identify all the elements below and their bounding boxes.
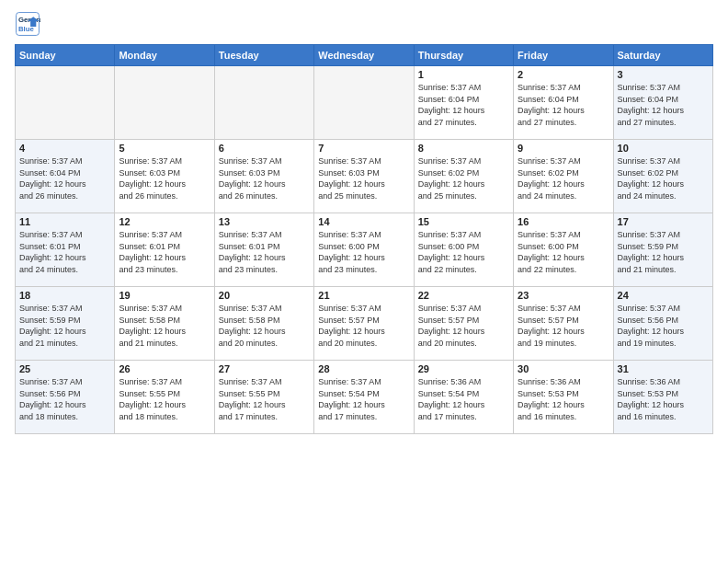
day-info: Sunrise: 5:37 AM Sunset: 5:57 PM Dayligh…	[518, 303, 609, 349]
calendar-cell: 24Sunrise: 5:37 AM Sunset: 5:56 PM Dayli…	[613, 287, 712, 361]
day-number: 16	[518, 216, 609, 227]
day-number: 18	[19, 290, 110, 301]
header: General Blue	[15, 11, 713, 37]
day-number: 28	[318, 363, 409, 374]
calendar-cell: 14Sunrise: 5:37 AM Sunset: 6:00 PM Dayli…	[314, 213, 414, 287]
day-number: 31	[618, 363, 709, 374]
day-info: Sunrise: 5:37 AM Sunset: 5:56 PM Dayligh…	[19, 376, 110, 422]
calendar-cell: 2Sunrise: 5:37 AM Sunset: 6:04 PM Daylig…	[514, 66, 613, 140]
day-number: 10	[618, 143, 709, 154]
logo-icon: General Blue	[15, 11, 40, 37]
day-number: 4	[19, 143, 110, 154]
calendar-cell: 16Sunrise: 5:37 AM Sunset: 6:00 PM Dayli…	[514, 213, 613, 287]
day-info: Sunrise: 5:37 AM Sunset: 6:01 PM Dayligh…	[19, 229, 110, 275]
calendar-cell: 6Sunrise: 5:37 AM Sunset: 6:03 PM Daylig…	[214, 140, 313, 213]
day-info: Sunrise: 5:37 AM Sunset: 6:02 PM Dayligh…	[518, 155, 609, 201]
day-info: Sunrise: 5:37 AM Sunset: 6:02 PM Dayligh…	[418, 155, 509, 201]
logo: General Blue	[15, 11, 44, 37]
week-row-5: 25Sunrise: 5:37 AM Sunset: 5:56 PM Dayli…	[16, 361, 713, 434]
calendar-cell: 17Sunrise: 5:37 AM Sunset: 5:59 PM Dayli…	[613, 213, 712, 287]
weekday-header-friday: Friday	[514, 45, 613, 66]
day-info: Sunrise: 5:37 AM Sunset: 6:03 PM Dayligh…	[119, 155, 210, 201]
day-info: Sunrise: 5:37 AM Sunset: 5:59 PM Dayligh…	[618, 229, 709, 275]
calendar-cell: 3Sunrise: 5:37 AM Sunset: 6:04 PM Daylig…	[613, 66, 712, 140]
week-row-1: 1Sunrise: 5:37 AM Sunset: 6:04 PM Daylig…	[16, 66, 713, 140]
day-info: Sunrise: 5:37 AM Sunset: 5:56 PM Dayligh…	[618, 303, 709, 349]
day-number: 2	[518, 69, 609, 80]
day-info: Sunrise: 5:36 AM Sunset: 5:53 PM Dayligh…	[518, 376, 609, 422]
calendar-cell	[16, 66, 115, 140]
day-info: Sunrise: 5:37 AM Sunset: 6:00 PM Dayligh…	[318, 229, 409, 275]
calendar-cell: 27Sunrise: 5:37 AM Sunset: 5:55 PM Dayli…	[214, 361, 313, 434]
day-info: Sunrise: 5:37 AM Sunset: 5:57 PM Dayligh…	[418, 303, 509, 349]
day-number: 19	[119, 290, 210, 301]
day-number: 26	[119, 363, 210, 374]
day-info: Sunrise: 5:37 AM Sunset: 6:01 PM Dayligh…	[119, 229, 210, 275]
weekday-header-monday: Monday	[115, 45, 214, 66]
calendar-cell	[314, 66, 414, 140]
calendar-table: SundayMondayTuesdayWednesdayThursdayFrid…	[15, 44, 713, 434]
calendar-cell: 28Sunrise: 5:37 AM Sunset: 5:54 PM Dayli…	[314, 361, 414, 434]
calendar-cell: 22Sunrise: 5:37 AM Sunset: 5:57 PM Dayli…	[414, 287, 513, 361]
calendar-cell: 12Sunrise: 5:37 AM Sunset: 6:01 PM Dayli…	[115, 213, 214, 287]
day-info: Sunrise: 5:37 AM Sunset: 6:01 PM Dayligh…	[219, 229, 310, 275]
calendar-cell: 4Sunrise: 5:37 AM Sunset: 6:04 PM Daylig…	[16, 140, 115, 213]
week-row-3: 11Sunrise: 5:37 AM Sunset: 6:01 PM Dayli…	[16, 213, 713, 287]
weekday-header-sunday: Sunday	[16, 45, 115, 66]
day-number: 8	[418, 143, 509, 154]
day-number: 22	[418, 290, 509, 301]
day-number: 30	[518, 363, 609, 374]
day-info: Sunrise: 5:37 AM Sunset: 5:55 PM Dayligh…	[119, 376, 210, 422]
calendar-cell: 10Sunrise: 5:37 AM Sunset: 6:02 PM Dayli…	[613, 140, 712, 213]
day-info: Sunrise: 5:37 AM Sunset: 6:00 PM Dayligh…	[418, 229, 509, 275]
day-number: 6	[219, 143, 310, 154]
calendar-cell: 29Sunrise: 5:36 AM Sunset: 5:54 PM Dayli…	[414, 361, 513, 434]
day-number: 23	[518, 290, 609, 301]
day-info: Sunrise: 5:37 AM Sunset: 5:58 PM Dayligh…	[119, 303, 210, 349]
calendar-cell: 30Sunrise: 5:36 AM Sunset: 5:53 PM Dayli…	[514, 361, 613, 434]
day-info: Sunrise: 5:37 AM Sunset: 6:04 PM Dayligh…	[19, 155, 110, 201]
calendar-cell: 18Sunrise: 5:37 AM Sunset: 5:59 PM Dayli…	[16, 287, 115, 361]
day-info: Sunrise: 5:37 AM Sunset: 6:03 PM Dayligh…	[219, 155, 310, 201]
day-number: 20	[219, 290, 310, 301]
day-number: 25	[19, 363, 110, 374]
day-number: 5	[119, 143, 210, 154]
day-number: 11	[19, 216, 110, 227]
day-number: 14	[318, 216, 409, 227]
day-info: Sunrise: 5:37 AM Sunset: 5:55 PM Dayligh…	[219, 376, 310, 422]
day-info: Sunrise: 5:37 AM Sunset: 6:02 PM Dayligh…	[618, 155, 709, 201]
day-number: 3	[618, 69, 709, 80]
day-info: Sunrise: 5:37 AM Sunset: 6:00 PM Dayligh…	[518, 229, 609, 275]
day-number: 1	[418, 69, 509, 80]
day-info: Sunrise: 5:36 AM Sunset: 5:54 PM Dayligh…	[418, 376, 509, 422]
day-number: 13	[219, 216, 310, 227]
day-number: 29	[418, 363, 509, 374]
day-info: Sunrise: 5:36 AM Sunset: 5:53 PM Dayligh…	[618, 376, 709, 422]
calendar-cell: 5Sunrise: 5:37 AM Sunset: 6:03 PM Daylig…	[115, 140, 214, 213]
day-info: Sunrise: 5:37 AM Sunset: 6:03 PM Dayligh…	[318, 155, 409, 201]
calendar-cell	[214, 66, 313, 140]
calendar-cell: 9Sunrise: 5:37 AM Sunset: 6:02 PM Daylig…	[514, 140, 613, 213]
week-row-4: 18Sunrise: 5:37 AM Sunset: 5:59 PM Dayli…	[16, 287, 713, 361]
day-info: Sunrise: 5:37 AM Sunset: 5:54 PM Dayligh…	[318, 376, 409, 422]
day-number: 21	[318, 290, 409, 301]
day-number: 17	[618, 216, 709, 227]
day-number: 15	[418, 216, 509, 227]
calendar-cell: 31Sunrise: 5:36 AM Sunset: 5:53 PM Dayli…	[613, 361, 712, 434]
day-number: 24	[618, 290, 709, 301]
calendar-cell: 26Sunrise: 5:37 AM Sunset: 5:55 PM Dayli…	[115, 361, 214, 434]
day-number: 12	[119, 216, 210, 227]
weekday-header-saturday: Saturday	[613, 45, 712, 66]
week-row-2: 4Sunrise: 5:37 AM Sunset: 6:04 PM Daylig…	[16, 140, 713, 213]
day-info: Sunrise: 5:37 AM Sunset: 6:04 PM Dayligh…	[418, 82, 509, 128]
day-number: 9	[518, 143, 609, 154]
calendar-cell: 15Sunrise: 5:37 AM Sunset: 6:00 PM Dayli…	[414, 213, 513, 287]
calendar-cell: 7Sunrise: 5:37 AM Sunset: 6:03 PM Daylig…	[314, 140, 414, 213]
day-number: 7	[318, 143, 409, 154]
calendar-cell	[115, 66, 214, 140]
day-info: Sunrise: 5:37 AM Sunset: 6:04 PM Dayligh…	[618, 82, 709, 128]
calendar-cell: 21Sunrise: 5:37 AM Sunset: 5:57 PM Dayli…	[314, 287, 414, 361]
day-number: 27	[219, 363, 310, 374]
weekday-header-thursday: Thursday	[414, 45, 513, 66]
calendar-cell: 25Sunrise: 5:37 AM Sunset: 5:56 PM Dayli…	[16, 361, 115, 434]
